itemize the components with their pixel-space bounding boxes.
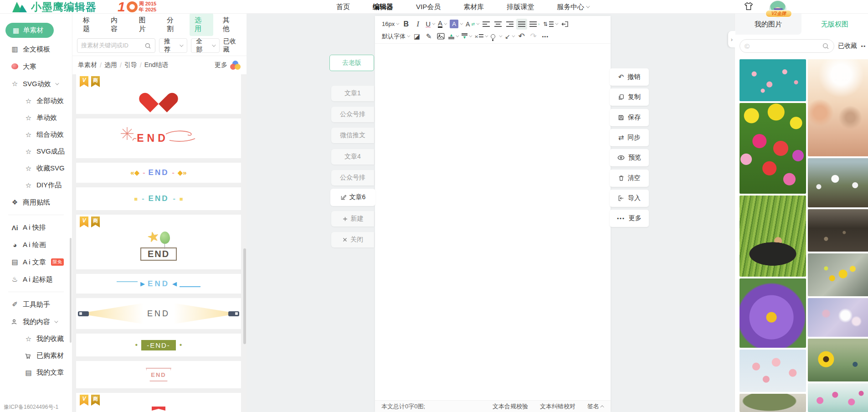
merch-shirt-icon[interactable] (744, 1, 754, 11)
material-search-input[interactable]: 搜素材关键词或ID (77, 38, 155, 53)
more-link[interactable]: 更多 (215, 61, 227, 69)
image-tile[interactable] (808, 59, 868, 156)
material-card-arrow-end[interactable]: ▶ END ◀ (76, 274, 241, 294)
diagonal-arrow-dropdown[interactable]: ↙ (503, 31, 515, 42)
align-left-button[interactable] (481, 19, 492, 30)
highlight-color-dropdown[interactable]: A (448, 19, 463, 30)
doc-tab-article6-active[interactable]: 文章6 (330, 189, 375, 206)
import-action-button[interactable]: 导入 (610, 190, 649, 207)
image-tile[interactable] (740, 350, 806, 392)
nav-editor[interactable]: 编辑器 (373, 3, 393, 11)
font-color-dropdown[interactable]: A (437, 19, 447, 30)
align-right-button[interactable] (504, 19, 515, 30)
doc-tab-official-account2[interactable]: 公众号排 (331, 170, 374, 185)
sidebar-item-combo-animation[interactable]: ☆ 组合动效 (0, 126, 72, 143)
line-height-dropdown[interactable]: ⇅ (542, 19, 559, 30)
undo-action-button[interactable]: ↶撤销 (610, 68, 649, 86)
doc-tab-wechat-post[interactable]: 微信推文 (331, 128, 374, 143)
insert-indent-icon[interactable] (560, 19, 570, 30)
image-tile[interactable] (740, 394, 806, 412)
sidebar-item-ai-painting[interactable]: ◕ A i 绘画 (0, 236, 72, 253)
nav-service-center[interactable]: 服务中心 (557, 3, 589, 11)
doc-tab-close[interactable]: 关闭 (331, 232, 374, 247)
doc-tab-official-account[interactable]: 公众号排 (331, 107, 374, 122)
materials-scrollbar[interactable] (243, 248, 246, 344)
image-tile[interactable] (808, 383, 868, 412)
image-search-input[interactable]: © (740, 39, 834, 53)
compliance-check-link[interactable]: 文本合规校验 (493, 402, 528, 411)
crumb-guide[interactable]: 引导 (124, 61, 137, 69)
material-card-balloon-end[interactable]: V 商 ★ END (76, 215, 241, 269)
material-card-partial[interactable]: V 商 (76, 393, 241, 412)
sidebar-item-svg-animation[interactable]: ☆ SVG动效 (0, 75, 72, 93)
nav-material-library[interactable]: 素材库 (463, 3, 484, 11)
crumb-selected[interactable]: 选用 (104, 61, 117, 69)
tab-content[interactable]: 内容 (106, 13, 129, 36)
crumb-end[interactable]: End结语 (144, 61, 169, 69)
material-card-cup-end[interactable]: ❀✿❀ END (76, 361, 241, 388)
all-filter-dropdown[interactable]: 全部 (191, 38, 219, 53)
nav-home[interactable]: 首页 (336, 3, 350, 11)
image-tile[interactable] (740, 278, 806, 348)
favorited-images-link[interactable]: 已收藏 (838, 42, 857, 50)
insert-image-icon[interactable] (435, 31, 446, 42)
text-scale-dropdown[interactable]: A⇄ (464, 19, 480, 30)
redo-button[interactable]: ↷ (528, 31, 539, 42)
go-old-version-button[interactable]: 去老版 (329, 55, 374, 71)
sidebar-item-all-animation[interactable]: ☆ 全部动效 (0, 93, 72, 109)
letter-spacing-dropdown[interactable]: ›‹ (473, 31, 488, 42)
crumb-single-material[interactable]: 单素材 (78, 61, 97, 69)
image-tile[interactable] (740, 103, 806, 194)
proofread-link[interactable]: 文本纠错校对 (540, 402, 575, 411)
image-tile[interactable] (808, 339, 868, 381)
lamp-style-dropdown[interactable] (489, 31, 503, 42)
color-palette-icon[interactable] (230, 61, 241, 70)
sidebar-item-ai-quick-layout[interactable]: Λi A i 快排 (0, 219, 72, 236)
image-tile[interactable] (808, 158, 868, 207)
margin-bottom-dropdown[interactable]: ▼ (460, 31, 473, 42)
sidebar-item-my-favorites[interactable]: ☆ 我的收藏 (0, 330, 72, 347)
toolbar-more-button[interactable]: ••• (540, 31, 551, 42)
recommend-filter-dropdown[interactable]: 推荐 (159, 38, 187, 53)
sidebar-scrollbar[interactable] (70, 238, 72, 343)
sidebar-item-ai-title[interactable]: ♨ A i 起标题 (0, 271, 72, 288)
material-card-olive-end[interactable]: • -END- • (76, 334, 241, 356)
app-logo[interactable]: 小墨鹰编辑器 (12, 0, 97, 14)
eraser-icon[interactable]: ◪ (411, 31, 422, 42)
image-tile[interactable] (808, 298, 868, 337)
align-center-button[interactable] (493, 19, 503, 30)
tab-selected[interactable]: 选用 (190, 13, 213, 36)
nav-layout-class[interactable]: 排版课堂 (507, 3, 534, 11)
material-card-flashlight-end[interactable]: END (76, 298, 241, 329)
material-card-firework-end[interactable]: END (76, 118, 241, 158)
tab-royalty-free[interactable]: 无版权图 (801, 14, 868, 35)
bold-button[interactable]: B (401, 19, 411, 30)
image-tile[interactable] (808, 209, 868, 252)
editor-canvas[interactable] (375, 44, 611, 400)
tab-image[interactable]: 图片 (134, 13, 157, 36)
material-card-diamond-end[interactable]: «◆ ‑ END ‑ ◆» (76, 163, 241, 183)
image-tile[interactable] (740, 196, 806, 277)
more-dots[interactable]: ⋯ (861, 42, 865, 51)
panel-collapse-arrow[interactable]: › (728, 31, 735, 47)
doc-tab-article1[interactable]: 文章1 (331, 86, 374, 101)
tab-title[interactable]: 标题 (78, 13, 101, 36)
more-action-button[interactable]: •••更多 (610, 210, 649, 227)
save-action-button[interactable]: 保存 (610, 109, 649, 126)
indent-button[interactable]: › (528, 19, 541, 30)
material-card-heart-end[interactable]: V 商 END (76, 74, 241, 114)
sidebar-item-commercial-stickers[interactable]: ❖ 商用贴纸 (0, 194, 72, 211)
sidebar-item-my-content[interactable]: 我的内容 (0, 313, 72, 330)
sidebar-item-diy-works[interactable]: ☆ DIY作品 (0, 177, 72, 194)
sidebar-item-ai-article[interactable]: ▤ A i 文章 限免 (0, 253, 72, 271)
clear-action-button[interactable]: 清空 (610, 170, 649, 187)
copy-action-button[interactable]: 复制 (610, 88, 649, 106)
font-family-dropdown[interactable]: 默认字体 (380, 31, 411, 42)
undo-button[interactable]: ↶ (516, 31, 527, 42)
sync-action-button[interactable]: ⇄同步 (610, 129, 649, 146)
favorited-filter[interactable]: 已收藏 (223, 37, 242, 54)
image-tile[interactable] (808, 253, 868, 296)
italic-button[interactable]: I (412, 19, 423, 30)
underline-dropdown[interactable]: U (424, 19, 436, 30)
sidebar-item-single-animation[interactable]: ☆ 单动效 (0, 109, 72, 126)
